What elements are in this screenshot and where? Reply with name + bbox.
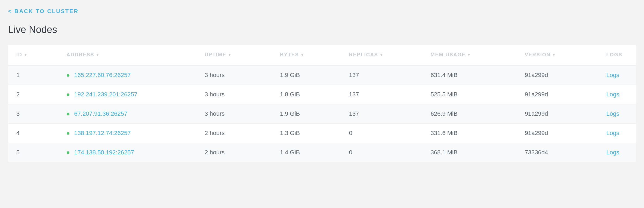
cell-address: 67.207.91.36:26257 [58, 104, 197, 124]
column-header-logs-label: LOGS [606, 52, 623, 57]
cell-bytes: 1.3 GiB [272, 124, 341, 143]
column-header-replicas-label: REPLICAS [349, 52, 378, 57]
status-dot-icon [67, 113, 69, 115]
status-dot-icon [67, 132, 69, 135]
cell-address: 174.138.50.192:26257 [58, 143, 197, 162]
logs-link[interactable]: Logs [606, 110, 620, 117]
cell-mem-usage: 331.6 MiB [423, 124, 517, 143]
cell-id: 2 [8, 85, 58, 104]
sort-caret-icon: ▼ [301, 53, 304, 57]
column-header-bytes-label: BYTES [280, 52, 299, 57]
cell-replicas: 0 [341, 124, 423, 143]
cell-bytes: 1.9 GiB [272, 104, 341, 124]
cell-bytes: 1.9 GiB [272, 66, 341, 85]
cell-logs: Logs [598, 104, 636, 124]
column-header-version[interactable]: VERSION▼ [517, 45, 598, 66]
page-title: Live Nodes [8, 24, 636, 35]
logs-link[interactable]: Logs [606, 130, 620, 136]
column-header-uptime[interactable]: UPTIME▼ [196, 45, 272, 66]
live-nodes-table: ID▼ ADDRESS▼ UPTIME▼ BYTES▼ REPLICAS▼ ME… [8, 45, 636, 162]
cell-mem-usage: 368.1 MiB [423, 143, 517, 162]
table-row: 1165.227.60.76:262573 hours1.9 GiB137631… [8, 66, 636, 85]
cell-address: 192.241.239.201:26257 [58, 85, 197, 104]
back-to-cluster-link[interactable]: < BACK TO CLUSTER [8, 8, 79, 14]
status-dot-icon [67, 151, 69, 154]
logs-link[interactable]: Logs [606, 72, 620, 78]
column-header-bytes[interactable]: BYTES▼ [272, 45, 341, 66]
column-header-address-label: ADDRESS [67, 52, 94, 57]
cell-uptime: 2 hours [196, 124, 272, 143]
cell-bytes: 1.8 GiB [272, 85, 341, 104]
cell-uptime: 3 hours [196, 85, 272, 104]
column-header-id[interactable]: ID▼ [8, 45, 58, 66]
cell-uptime: 3 hours [196, 66, 272, 85]
sort-caret-icon: ▼ [552, 53, 556, 57]
cell-uptime: 3 hours [196, 104, 272, 124]
cell-logs: Logs [598, 143, 636, 162]
cell-mem-usage: 626.9 MiB [423, 104, 517, 124]
node-address-link[interactable]: 174.138.50.192:26257 [74, 149, 134, 156]
cell-replicas: 137 [341, 85, 423, 104]
cell-replicas: 137 [341, 104, 423, 124]
cell-replicas: 137 [341, 66, 423, 85]
cell-logs: Logs [598, 85, 636, 104]
table-row: 367.207.91.36:262573 hours1.9 GiB137626.… [8, 104, 636, 124]
cell-version: 73336d4 [517, 143, 598, 162]
cell-mem-usage: 525.5 MiB [423, 85, 517, 104]
table-row: 4138.197.12.74:262572 hours1.3 GiB0331.6… [8, 124, 636, 143]
cell-id: 5 [8, 143, 58, 162]
logs-link[interactable]: Logs [606, 91, 620, 98]
logs-link[interactable]: Logs [606, 149, 620, 156]
cell-address: 138.197.12.74:26257 [58, 124, 197, 143]
table-row: 2192.241.239.201:262573 hours1.8 GiB1375… [8, 85, 636, 104]
column-header-replicas[interactable]: REPLICAS▼ [341, 45, 423, 66]
node-address-link[interactable]: 138.197.12.74:26257 [74, 130, 131, 136]
column-header-id-label: ID [16, 52, 22, 57]
sort-caret-icon: ▼ [96, 53, 100, 57]
cell-version: 91a299d [517, 66, 598, 85]
cell-mem-usage: 631.4 MiB [423, 66, 517, 85]
table-row: 5174.138.50.192:262572 hours1.4 GiB0368.… [8, 143, 636, 162]
cell-address: 165.227.60.76:26257 [58, 66, 197, 85]
column-header-mem-usage-label: MEM USAGE [431, 52, 466, 57]
status-dot-icon [67, 74, 69, 77]
sort-caret-icon: ▼ [24, 53, 28, 57]
column-header-logs: LOGS [598, 45, 636, 66]
sort-caret-icon: ▼ [467, 53, 471, 57]
cell-logs: Logs [598, 124, 636, 143]
cell-id: 3 [8, 104, 58, 124]
cell-logs: Logs [598, 66, 636, 85]
cell-uptime: 2 hours [196, 143, 272, 162]
cell-replicas: 0 [341, 143, 423, 162]
table-body: 1165.227.60.76:262573 hours1.9 GiB137631… [8, 66, 636, 162]
column-header-uptime-label: UPTIME [205, 52, 226, 57]
node-address-link[interactable]: 192.241.239.201:26257 [74, 91, 137, 98]
column-header-mem-usage[interactable]: MEM USAGE▼ [423, 45, 517, 66]
node-address-link[interactable]: 67.207.91.36:26257 [74, 110, 128, 117]
cell-id: 4 [8, 124, 58, 143]
cell-version: 91a299d [517, 104, 598, 124]
cell-id: 1 [8, 66, 58, 85]
cell-bytes: 1.4 GiB [272, 143, 341, 162]
status-dot-icon [67, 93, 69, 96]
cell-version: 91a299d [517, 85, 598, 104]
sort-caret-icon: ▼ [228, 53, 232, 57]
column-header-address[interactable]: ADDRESS▼ [58, 45, 197, 66]
cell-version: 91a299d [517, 124, 598, 143]
node-address-link[interactable]: 165.227.60.76:26257 [74, 72, 131, 78]
sort-caret-icon: ▼ [380, 53, 384, 57]
column-header-version-label: VERSION [525, 52, 551, 57]
